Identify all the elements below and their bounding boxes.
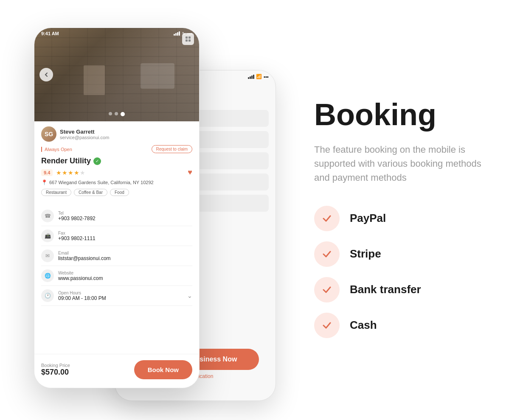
contact-website-value: www.passionui.com: [58, 275, 192, 281]
payment-stripe-label: Stripe: [350, 247, 381, 260]
contact-hours: 🕐 Open Hours 09:00 AM - 18:00 PM ⌄: [41, 286, 192, 306]
front-signal-icon: [174, 31, 180, 36]
payment-bank-label: Bank transfer: [350, 283, 421, 296]
business-info: SG Steve Garrett service@passionui.com A…: [34, 121, 199, 206]
hero-dot-3[interactable]: [121, 112, 125, 116]
front-battery-icon: ▪▪▪: [187, 31, 192, 36]
paypal-check-circle: [314, 206, 340, 231]
booking-description: The feature booking on the mobile is sup…: [314, 143, 489, 185]
contact-hours-info: Open Hours 09:00 AM - 18:00 PM: [58, 291, 183, 301]
hero-image: 9:41 AM ∿ ▪▪▪: [34, 28, 199, 121]
front-status-icons: ∿ ▪▪▪: [174, 31, 192, 36]
phone-icon: ☎: [41, 210, 54, 222]
payment-cash-row: Cash: [314, 313, 489, 338]
star-3: ★: [68, 169, 73, 176]
rating-row: 9.4 ★ ★ ★ ★ ★ ♥: [41, 168, 192, 177]
star-1: ★: [56, 169, 62, 176]
business-name-row: Render Utility ✓: [41, 157, 192, 165]
user-avatar: SG: [41, 126, 56, 142]
contact-tel: ☎ Tel +903 9802-7892: [41, 206, 192, 226]
battery-icon: ▪▪▪: [264, 74, 269, 79]
contact-email-label: Email: [58, 251, 192, 255]
contact-tel-info: Tel +903 9802-7892: [58, 211, 192, 221]
phones-section: 9:41 AM 📶 ▪▪▪ Listing Bar: [34, 28, 280, 392]
business-name: Render Utility: [41, 157, 91, 165]
svg-rect-2: [186, 39, 188, 42]
location-icon: 📍: [41, 179, 48, 185]
rating-score: 9.4: [41, 169, 53, 176]
fax-icon: 📠: [41, 230, 54, 242]
email-icon: ✉: [41, 249, 54, 262]
booking-price-label: Booking Price: [41, 363, 70, 368]
stripe-check-icon: [321, 248, 333, 260]
tags-row: Restaurant Coffee & Bar Food: [41, 189, 192, 196]
hero-dot-2[interactable]: [115, 112, 118, 115]
contact-list: ☎ Tel +903 9802-7892 📠 Fax +903 9802-111…: [34, 206, 199, 306]
cash-check-icon: [321, 319, 333, 331]
request-claim-button[interactable]: Request to claim: [152, 145, 192, 153]
booking-footer: Booking Price $570.00 Book Now: [34, 354, 199, 388]
user-row: SG Steve Garrett service@passionui.com: [41, 126, 192, 142]
contact-website: 🌐 Website www.passionui.com: [41, 266, 192, 286]
stars: ★ ★ ★ ★ ★: [56, 169, 85, 176]
hero-prev-button[interactable]: [39, 68, 53, 81]
svg-rect-3: [188, 39, 191, 42]
contact-fax-info: Fax +903 9802-1111: [58, 231, 192, 241]
signal-icon: [248, 75, 254, 79]
payment-cash-label: Cash: [350, 319, 377, 332]
front-status-time: 9:41 AM: [41, 31, 59, 36]
booking-title: Booking: [314, 99, 489, 130]
star-2: ★: [62, 169, 67, 176]
status-claim-row: Always Open Request to claim: [41, 145, 192, 153]
tag-restaurant[interactable]: Restaurant: [41, 189, 71, 196]
contact-website-label: Website: [58, 271, 192, 275]
contact-fax: 📠 Fax +903 9802-1111: [41, 226, 192, 246]
bank-check-circle: [314, 277, 340, 302]
payment-methods-list: PayPal Stripe Bank transfer: [314, 206, 489, 338]
paypal-check-icon: [321, 213, 333, 224]
contact-fax-value: +903 9802-1111: [58, 235, 192, 241]
user-info: Steve Garrett service@passionui.com: [60, 129, 192, 140]
back-status-icons: 📶 ▪▪▪: [248, 74, 269, 79]
hours-chevron-icon[interactable]: ⌄: [187, 292, 192, 299]
user-name: Steve Garrett: [60, 129, 192, 135]
star-5: ★: [80, 169, 85, 176]
contact-hours-value: 09:00 AM - 18:00 PM: [58, 295, 183, 301]
star-4: ★: [74, 169, 79, 176]
globe-icon: 🌐: [41, 269, 54, 282]
payment-paypal-row: PayPal: [314, 206, 489, 231]
payment-bank-row: Bank transfer: [314, 277, 489, 302]
bank-check-icon: [321, 284, 333, 296]
favorite-button[interactable]: ♥: [188, 168, 192, 177]
chevron-left-icon: [44, 72, 49, 77]
payment-paypal-label: PayPal: [350, 212, 386, 225]
tag-coffee-bar[interactable]: Coffee & Bar: [74, 189, 107, 196]
contact-fax-label: Fax: [58, 231, 192, 235]
stripe-check-circle: [314, 241, 340, 267]
address-text: 667 Wiegand Gardens Suite, California, N…: [49, 180, 154, 185]
verified-badge: ✓: [93, 157, 101, 165]
cash-check-circle: [314, 313, 340, 338]
contact-email-info: Email liststar@passionui.com: [58, 251, 192, 261]
booking-price-info: Booking Price $570.00: [41, 363, 70, 377]
contact-email: ✉ Email liststar@passionui.com: [41, 246, 192, 266]
front-statusbar: 9:41 AM ∿ ▪▪▪: [34, 28, 199, 37]
hero-dots: [109, 112, 125, 116]
tag-food[interactable]: Food: [110, 189, 129, 196]
hero-dot-1[interactable]: [109, 112, 112, 115]
contact-website-info: Website www.passionui.com: [58, 271, 192, 281]
contact-email-value: liststar@passionui.com: [58, 255, 192, 261]
phone-front: 9:41 AM ∿ ▪▪▪: [34, 28, 200, 388]
booking-section: Booking The feature booking on the mobil…: [280, 82, 489, 338]
address-row: 📍 667 Wiegand Gardens Suite, California,…: [41, 179, 192, 185]
page-container: 9:41 AM 📶 ▪▪▪ Listing Bar: [0, 0, 523, 420]
front-wifi-icon: ∿: [182, 31, 186, 36]
contact-hours-label: Open Hours: [58, 291, 183, 295]
book-now-button[interactable]: Book Now: [134, 360, 192, 379]
payment-stripe-row: Stripe: [314, 241, 489, 267]
clock-icon: 🕐: [41, 289, 54, 302]
user-email: service@passionui.com: [60, 135, 192, 140]
contact-tel-value: +903 9802-7892: [58, 216, 192, 221]
always-open-badge: Always Open: [41, 147, 72, 152]
contact-tel-label: Tel: [58, 211, 192, 216]
